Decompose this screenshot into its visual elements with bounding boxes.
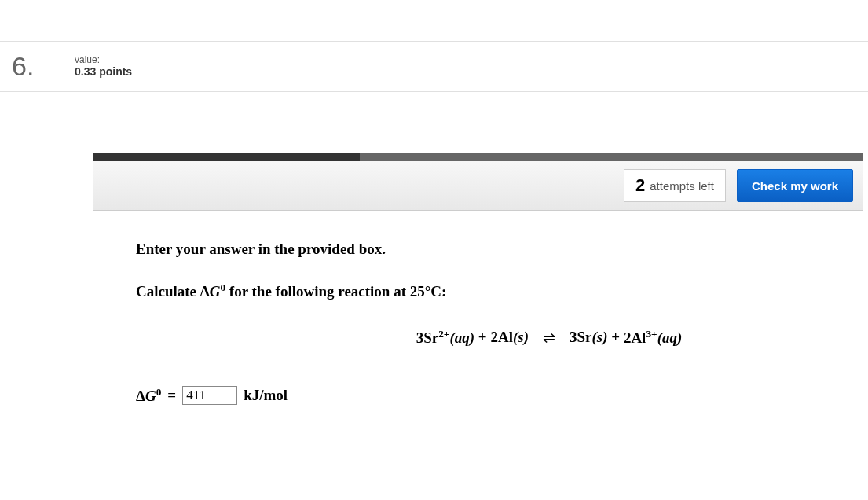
delta-g-answer-symbol: ΔG0 (136, 386, 161, 405)
attempts-count: 2 (635, 175, 645, 196)
calculate-prompt: Calculate ΔG0 for the following reaction… (136, 281, 868, 300)
attempts-box: 2 attempts left (624, 169, 726, 202)
check-my-work-button[interactable]: Check my work (737, 169, 853, 202)
question-number: 6. (8, 51, 75, 82)
content-wrapper: 2 attempts left Check my work Enter your… (0, 153, 868, 405)
chemical-reaction: 3Sr2+(aq) + 2Al(s)⇌3Sr(s) + 2Al3+(aq) (230, 327, 868, 346)
unit-label: kJ/mol (244, 387, 288, 404)
attempts-text: attempts left (650, 179, 714, 193)
lhs-species-1: 3Sr2+(aq) (416, 329, 474, 346)
equilibrium-arrow: ⇌ (529, 329, 570, 346)
accent-bar (93, 153, 863, 161)
value-block: value: 0.33 points (75, 51, 132, 78)
calc-prefix: Calculate (136, 283, 200, 300)
value-points: 0.33 points (75, 65, 132, 78)
instruction-text: Enter your answer in the provided box. (136, 241, 868, 258)
rhs-species-2: 2Al3+(aq) (624, 329, 682, 346)
equals-sign: = (167, 387, 176, 404)
delta-g-symbol: ΔG0 (200, 283, 225, 300)
rhs-species-1: 3Sr(s) (570, 329, 608, 346)
answer-input[interactable] (182, 386, 237, 405)
question-body: Enter your answer in the provided box. C… (93, 211, 868, 405)
question-header: 6. value: 0.33 points (0, 41, 868, 92)
toolbar: 2 attempts left Check my work (93, 161, 863, 211)
lhs-species-2: 2Al(s) (490, 329, 529, 346)
value-label: value: (75, 54, 132, 65)
answer-line: ΔG0 = kJ/mol (136, 386, 868, 405)
calc-suffix: for the following reaction at 25°C: (225, 283, 446, 300)
